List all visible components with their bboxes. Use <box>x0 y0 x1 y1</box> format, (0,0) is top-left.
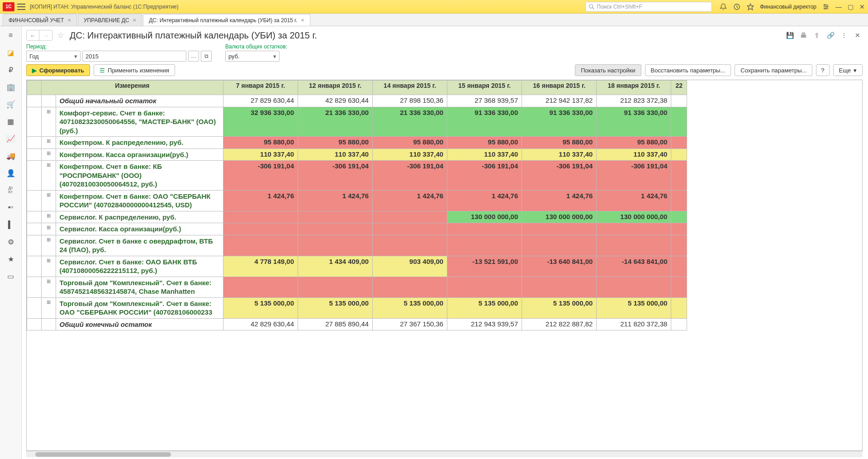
value-cell[interactable] <box>298 277 373 297</box>
value-cell[interactable] <box>447 223 522 235</box>
show-settings-button[interactable]: Показать настройки <box>575 64 641 76</box>
value-cell[interactable]: 91 336 330,00 <box>447 107 522 137</box>
star-icon[interactable] <box>746 3 754 11</box>
value-cell[interactable]: -306 191,04 <box>597 161 671 191</box>
value-cell[interactable]: 5 135 000,00 <box>522 297 597 318</box>
value-cell[interactable]: 21 336 330,00 <box>298 107 373 137</box>
bell-icon[interactable] <box>719 3 727 11</box>
restore-params-button[interactable]: Восстановить параметры... <box>645 64 731 76</box>
sidebar-ruble-icon[interactable]: ₽ <box>5 64 16 75</box>
value-cell[interactable]: 1 424,76 <box>447 190 522 211</box>
settings-icon[interactable] <box>822 3 830 11</box>
value-cell[interactable]: 95 880,00 <box>298 137 373 149</box>
value-cell[interactable]: 212 822 887,82 <box>522 318 597 330</box>
value-cell[interactable]: 95 880,00 <box>447 137 522 149</box>
value-cell[interactable]: 27 367 150,36 <box>373 318 447 330</box>
sidebar-chart-icon[interactable]: 📈 <box>5 133 16 144</box>
tab-financial-accounting[interactable]: ФИНАНСОВЫЙ УЧЕТ × <box>3 14 77 26</box>
dimension-cell[interactable]: Сервислог. Счет в банке с овердрафтом, В… <box>56 235 223 256</box>
chevron-down-icon[interactable]: ▾ <box>270 53 276 60</box>
dimension-cell[interactable]: Конфетпром. К распределению, руб. <box>56 137 223 149</box>
export-icon[interactable]: ⇪ <box>812 30 822 40</box>
dimension-cell[interactable]: Торговый дом "Комплексный". Счет в банке… <box>56 277 223 297</box>
expand-toggle[interactable]: ⊞ <box>41 190 56 211</box>
value-cell[interactable] <box>373 223 447 235</box>
value-cell[interactable]: 42 829 630,44 <box>298 95 373 107</box>
dimension-cell[interactable]: Торговый дом "Комплексный". Счет в банке… <box>56 297 223 318</box>
dimension-cell[interactable]: Конфетпром. Счет в банке: ОАО "СБЕРБАНК … <box>56 190 223 211</box>
expand-toggle[interactable]: ⊞ <box>41 107 56 137</box>
value-cell[interactable]: -13 521 591,00 <box>447 256 522 277</box>
dimension-cell[interactable]: Конфетпром. Касса организации(руб.) <box>56 148 223 161</box>
value-cell[interactable]: 110 337,40 <box>597 148 671 161</box>
value-cell[interactable] <box>223 235 298 256</box>
dimension-cell[interactable]: Общий начальный остаток <box>56 95 223 107</box>
value-cell[interactable]: 5 135 000,00 <box>597 297 671 318</box>
expand-toggle[interactable]: ⊞ <box>41 223 56 235</box>
expand-toggle[interactable]: ⊞ <box>41 256 56 277</box>
sidebar-briefcase-icon[interactable]: 🏢 <box>5 81 16 92</box>
value-cell[interactable] <box>597 235 671 256</box>
value-cell[interactable]: 5 135 000,00 <box>373 297 447 318</box>
nav-back-button[interactable]: ← <box>27 30 39 40</box>
value-cell[interactable] <box>447 235 522 256</box>
minimize-button[interactable]: — <box>835 4 842 10</box>
sidebar-starbox-icon[interactable]: ★ <box>5 253 16 264</box>
expand-toggle[interactable]: ⊞ <box>41 211 56 223</box>
value-cell[interactable]: 212 823 372,38 <box>597 95 671 107</box>
history-icon[interactable] <box>733 3 741 11</box>
generate-button[interactable]: ▶ Сформировать <box>26 64 90 76</box>
dimension-cell[interactable]: Комфорт-сервис. Счет в банке: 4071082323… <box>56 107 223 137</box>
value-cell[interactable]: -306 191,04 <box>522 161 597 191</box>
value-cell[interactable]: 130 000 000,00 <box>597 211 671 223</box>
value-cell[interactable] <box>447 277 522 297</box>
period-ellipsis-button[interactable]: … <box>188 51 199 62</box>
close-icon[interactable]: × <box>133 17 137 24</box>
user-label[interactable]: Финансовый директор <box>760 4 816 10</box>
dimension-cell[interactable]: Конфетпром. Счет в банке: КБ "РОСПРОМБАН… <box>56 161 223 191</box>
value-cell[interactable]: 1 424,76 <box>373 190 447 211</box>
value-cell[interactable]: 110 337,40 <box>373 148 447 161</box>
report-grid-wrapper[interactable]: Измерения 7 января 2015 г. 12 января 201… <box>26 80 863 451</box>
value-cell[interactable]: 95 880,00 <box>522 137 597 149</box>
value-cell[interactable]: -13 640 841,00 <box>522 256 597 277</box>
value-cell[interactable] <box>223 277 298 297</box>
sidebar-grid-icon[interactable]: ▦ <box>5 116 16 127</box>
tab-payment-calendar[interactable]: ДС: Интерактивный платежный календарь (У… <box>143 14 310 26</box>
dimension-cell[interactable]: Сервислог. Счет в банке: ОАО БАНК ВТБ (4… <box>56 256 223 277</box>
expand-toggle[interactable]: ⊞ <box>41 161 56 191</box>
help-button[interactable]: ? <box>816 64 829 76</box>
tab-cash-management[interactable]: УПРАВЛЕНИЕ ДС × <box>78 14 142 26</box>
value-cell[interactable]: -306 191,04 <box>447 161 522 191</box>
value-cell[interactable]: -14 643 841,00 <box>597 256 671 277</box>
value-cell[interactable]: 212 943 939,57 <box>447 318 522 330</box>
close-icon[interactable]: × <box>301 17 304 24</box>
more-icon[interactable]: ⋮ <box>839 30 849 40</box>
value-cell[interactable] <box>223 211 298 223</box>
sidebar-dtkt-icon[interactable]: ДтКт <box>5 185 16 196</box>
expand-toggle[interactable]: ⊞ <box>41 277 56 297</box>
value-cell[interactable]: 110 337,40 <box>522 148 597 161</box>
sidebar-menu-icon[interactable]: ≡ <box>5 30 16 41</box>
value-cell[interactable]: 110 337,40 <box>447 148 522 161</box>
value-cell[interactable]: 91 336 330,00 <box>522 107 597 137</box>
value-cell[interactable]: 212 942 137,82 <box>522 95 597 107</box>
value-cell[interactable]: 27 885 890,44 <box>298 318 373 330</box>
value-cell[interactable] <box>223 223 298 235</box>
period-popup-button[interactable]: ⧉ <box>201 51 212 62</box>
expand-toggle[interactable]: ⊞ <box>41 297 56 318</box>
sidebar-barchart-icon[interactable]: ▪▫ <box>5 202 16 213</box>
value-cell[interactable]: 130 000 000,00 <box>447 211 522 223</box>
value-cell[interactable]: 95 880,00 <box>597 137 671 149</box>
value-cell[interactable]: 95 880,00 <box>373 137 447 149</box>
favorite-star-icon[interactable]: ☆ <box>57 30 67 40</box>
close-page-icon[interactable]: ✕ <box>853 30 863 40</box>
sidebar-truck-icon[interactable]: 🚚 <box>5 150 16 161</box>
value-cell[interactable] <box>373 277 447 297</box>
sidebar-person-icon[interactable]: 👤 <box>5 167 16 178</box>
value-cell[interactable] <box>373 235 447 256</box>
chevron-down-icon[interactable]: ▾ <box>71 53 77 60</box>
global-search[interactable]: Поиск Ctrl+Shift+F <box>585 2 712 12</box>
value-cell[interactable] <box>522 277 597 297</box>
value-cell[interactable]: 1 424,76 <box>298 190 373 211</box>
